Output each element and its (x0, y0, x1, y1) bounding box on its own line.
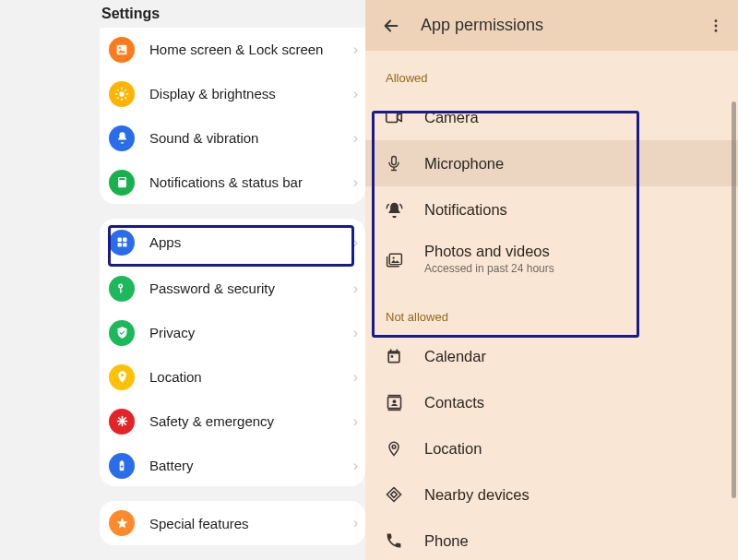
settings-row-privacy[interactable]: Privacy › (100, 311, 365, 355)
svg-rect-0 (117, 45, 127, 55)
settings-row-safety[interactable]: Safety & emergency › (100, 399, 365, 444)
chevron-right-icon: › (353, 413, 358, 430)
more-vertical-icon (708, 18, 724, 34)
shield-icon (109, 320, 135, 346)
settings-row-location[interactable]: Location › (100, 355, 365, 399)
settings-row-label: Display & brightness (149, 86, 353, 101)
settings-panel: Settings Home screen & Lock screen › Dis… (0, 0, 365, 560)
permission-row-label: Notifications (424, 201, 507, 219)
pin-outline-icon (384, 438, 404, 459)
bell-solid-icon (384, 199, 404, 220)
chevron-right-icon: › (353, 130, 358, 147)
permission-row-camera[interactable]: Camera (365, 94, 738, 140)
svg-rect-20 (120, 291, 123, 292)
svg-rect-14 (123, 238, 126, 242)
brightness-icon (109, 81, 135, 107)
settings-row-label: Apps (149, 234, 353, 250)
permission-row-subtitle: Accessed in past 24 hours (424, 262, 554, 275)
chevron-right-icon: › (353, 325, 358, 341)
svg-point-21 (120, 374, 123, 376)
chevron-right-icon: › (353, 42, 358, 58)
permissions-header: App permissions (365, 0, 738, 51)
svg-rect-13 (117, 238, 121, 242)
svg-rect-36 (389, 354, 399, 362)
chevron-right-icon: › (353, 369, 358, 386)
permissions-panel: App permissions Allowed Camera Microphon… (365, 0, 738, 560)
settings-row-sound[interactable]: Sound & vibration › (100, 116, 365, 161)
permission-row-notifications[interactable]: Notifications (365, 186, 738, 232)
chevron-right-icon: › (353, 174, 358, 191)
settings-row-label: Safety & emergency (149, 413, 353, 429)
permission-row-label: Calendar (424, 348, 486, 365)
notallowed-header: Not allowed (365, 284, 738, 333)
bell-icon (109, 125, 135, 151)
permissions-body: Allowed Camera Microphone Notifications (365, 51, 738, 560)
svg-line-7 (117, 89, 118, 90)
back-button[interactable] (378, 13, 404, 39)
chevron-right-icon: › (353, 234, 358, 251)
settings-group-3: Special features › (100, 501, 365, 545)
svg-rect-12 (119, 178, 125, 180)
svg-line-8 (125, 98, 126, 99)
calendar-icon (384, 346, 404, 366)
key-icon (109, 276, 135, 302)
permission-row-phone[interactable]: Phone (365, 518, 738, 560)
svg-rect-33 (389, 254, 401, 264)
svg-rect-31 (387, 113, 398, 123)
chevron-right-icon: › (353, 458, 358, 474)
svg-point-1 (119, 47, 121, 49)
settings-row-label: Sound & vibration (149, 130, 353, 146)
settings-row-battery[interactable]: Battery › (100, 444, 365, 486)
chevron-right-icon: › (353, 280, 358, 297)
permission-row-photos[interactable]: Photos and videos Accessed in past 24 ho… (365, 232, 738, 284)
battery-icon (109, 453, 135, 479)
svg-point-29 (715, 24, 718, 27)
notification-panel-icon (109, 170, 135, 196)
settings-row-display[interactable]: Display & brightness › (100, 72, 365, 116)
arrow-left-icon (381, 16, 401, 36)
permission-row-microphone[interactable]: Microphone (365, 140, 738, 186)
svg-point-43 (392, 399, 396, 403)
permission-row-calendar[interactable]: Calendar (365, 333, 738, 379)
chevron-right-icon: › (353, 86, 358, 102)
settings-row-password[interactable]: Password & security › (100, 267, 365, 311)
settings-row-apps[interactable]: Apps › (100, 219, 365, 267)
apps-grid-icon (109, 230, 135, 256)
settings-row-notifications[interactable]: Notifications & status bar › (100, 161, 365, 204)
contacts-icon (384, 392, 404, 412)
camera-icon (384, 107, 404, 127)
svg-point-34 (392, 256, 394, 258)
more-button[interactable] (703, 13, 729, 39)
settings-header: Settings (100, 0, 365, 28)
phone-icon (384, 530, 404, 551)
permission-row-label: Phone (424, 532, 469, 550)
diamond-icon (384, 484, 404, 505)
settings-row-label: Special features (149, 516, 353, 531)
permission-row-label: Photos and videos (424, 243, 554, 260)
permission-row-contacts[interactable]: Contacts (365, 379, 738, 425)
settings-group-2: Apps › Password & security › Privacy › (100, 219, 365, 486)
permission-row-label: Camera (424, 109, 479, 126)
svg-point-30 (715, 29, 718, 31)
scrollbar[interactable] (732, 101, 736, 498)
settings-group-1: Home screen & Lock screen › Display & br… (100, 28, 365, 204)
settings-row-special[interactable]: Special features › (100, 501, 365, 545)
gallery-icon (384, 248, 404, 268)
settings-row-home[interactable]: Home screen & Lock screen › (100, 28, 365, 72)
settings-row-label: Battery (149, 458, 353, 473)
permission-row-label: Nearby devices (424, 486, 530, 504)
chevron-right-icon: › (353, 515, 358, 531)
svg-rect-16 (123, 243, 126, 246)
svg-rect-39 (391, 355, 394, 358)
microphone-icon (384, 153, 404, 173)
svg-point-2 (119, 91, 124, 96)
pin-icon (109, 364, 135, 390)
permissions-title: App permissions (421, 16, 703, 35)
permission-row-location[interactable]: Location (365, 425, 738, 471)
settings-row-label: Location (149, 369, 353, 385)
settings-row-label: Privacy (149, 325, 353, 340)
home-icon (109, 37, 135, 63)
svg-line-9 (117, 98, 118, 99)
svg-point-28 (715, 19, 718, 22)
permission-row-nearby[interactable]: Nearby devices (365, 471, 738, 518)
